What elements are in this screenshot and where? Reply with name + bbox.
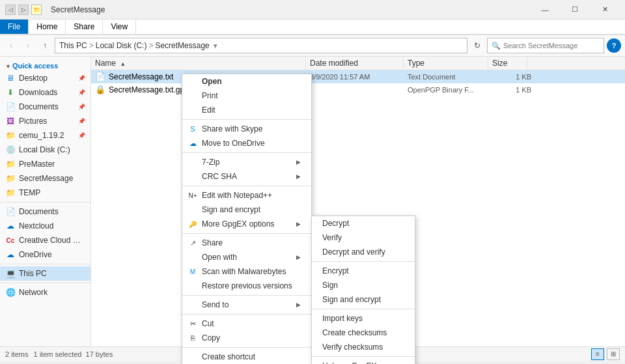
menu-gpgex[interactable]: 🔑 More GpgEX options Decrypt Verify Decr… xyxy=(182,217,311,231)
sidebar-item-premaster[interactable]: 📁 PreMaster xyxy=(0,157,90,171)
tab-share[interactable]: Share xyxy=(66,20,103,34)
copy-icon: ⎘ xyxy=(188,333,198,343)
sidebar-item-cc[interactable]: Cc Creative Cloud Files xyxy=(0,233,90,247)
sub-decrypt-verify[interactable]: Decrypt and verify xyxy=(312,245,415,259)
menu-print[interactable]: Print xyxy=(182,89,311,103)
sidebar-item-temp[interactable]: 📁 TEMP xyxy=(0,186,90,200)
sidebar: ▼Quick access 🖥 Desktop 📌 ⬇ Downloads 📌 … xyxy=(0,57,91,346)
menu-notepad[interactable]: N+ Edit with Notepad++ xyxy=(182,188,311,203)
item-count: 2 items xyxy=(5,350,28,358)
forward-icon: ▷ xyxy=(18,5,29,15)
sub-sign-encrypt[interactable]: Sign and encrypt xyxy=(312,292,415,307)
sep5 xyxy=(182,295,311,296)
back-button[interactable]: ‹ xyxy=(4,38,18,53)
sub-create-checksums[interactable]: Create checksums xyxy=(312,326,415,340)
tab-view[interactable]: View xyxy=(103,20,136,34)
pin-icon: 📌 xyxy=(78,75,85,81)
search-input[interactable] xyxy=(503,42,600,49)
sidebar-item-documents-lib[interactable]: 📄 Documents xyxy=(0,204,90,219)
sidebar-item-cemu[interactable]: 📁 cemu_1.19.2 📌 xyxy=(0,128,90,143)
menu-open[interactable]: Open xyxy=(182,74,311,89)
breadcrumb-secretmessage[interactable]: SecretMessage xyxy=(155,41,209,50)
sub-encrypt[interactable]: Encrypt xyxy=(312,264,415,278)
sidebar-item-downloads[interactable]: ⬇ Downloads 📌 xyxy=(0,85,90,100)
breadcrumb-thispc[interactable]: This PC xyxy=(59,41,87,50)
breadcrumb-localdisk[interactable]: Local Disk (C:) xyxy=(96,41,147,50)
menu-7zip[interactable]: 7-Zip xyxy=(182,155,311,169)
desktop-icon: 🖥 xyxy=(5,73,16,83)
downloads-label: Downloads xyxy=(19,88,75,97)
shortcut-icon xyxy=(188,352,198,362)
menu-sendto[interactable]: Send to xyxy=(182,298,311,312)
details-view-button[interactable]: ≡ xyxy=(591,348,604,360)
menu-crcsha[interactable]: CRC SHA xyxy=(182,169,311,184)
menu-copy[interactable]: ⎘ Copy xyxy=(182,331,311,345)
sub-verify-checksums[interactable]: Verify checksums xyxy=(312,340,415,354)
col-size[interactable]: Size xyxy=(488,57,527,70)
col-date[interactable]: Date modified xyxy=(306,57,404,70)
sub-sep2 xyxy=(312,309,415,309)
temp-icon: 📁 xyxy=(5,188,16,198)
sub-decrypt[interactable]: Decrypt xyxy=(312,216,415,231)
sidebar-divider3 xyxy=(0,283,90,283)
openwith-icon xyxy=(188,252,198,262)
sidebar-item-pictures[interactable]: 🖼 Pictures 📌 xyxy=(0,114,90,128)
refresh-button[interactable]: ↻ xyxy=(470,38,484,53)
menu-open-with[interactable]: Open with xyxy=(182,250,311,264)
help-button[interactable]: ? xyxy=(607,38,621,53)
up-button[interactable]: ↑ xyxy=(38,38,52,53)
sub-help-gpgex[interactable]: Help on GpgEX xyxy=(312,359,415,364)
col-name[interactable]: Name ▲ xyxy=(91,57,306,70)
menu-share-skype[interactable]: S Share with Skype xyxy=(182,122,311,136)
pin-icon3: 📌 xyxy=(78,104,85,110)
sidebar-item-thispc[interactable]: 💻 This PC xyxy=(0,266,90,281)
sidebar-item-nextcloud[interactable]: ☁ Nextcloud xyxy=(0,219,90,233)
tab-file[interactable]: File xyxy=(0,20,29,34)
forward-button[interactable]: › xyxy=(21,38,35,53)
pictures-icon: 🖼 xyxy=(5,116,16,126)
file-icon-txt: 📄 xyxy=(95,72,105,81)
maximize-button[interactable]: ☐ xyxy=(560,0,590,20)
menu-edit[interactable]: Edit xyxy=(182,103,311,117)
onedrive-icon2: ☁ xyxy=(188,138,198,148)
view-buttons: ≡ ⊞ xyxy=(591,348,620,360)
menu-sign-encrypt[interactable]: Sign and encrypt xyxy=(182,203,311,217)
close-button[interactable]: ✕ xyxy=(590,0,620,20)
tab-home[interactable]: Home xyxy=(29,20,66,34)
onedrive-label: OneDrive xyxy=(19,250,85,259)
menu-restore[interactable]: Restore previous versions xyxy=(182,279,311,293)
table-row[interactable]: 🔒 SecretMessage.txt.gpg OpenPGP Binary F… xyxy=(91,83,625,96)
sub-import-keys[interactable]: Import keys xyxy=(312,311,415,326)
edit-icon xyxy=(188,105,198,115)
menu-move-onedrive[interactable]: ☁ Move to OneDrive xyxy=(182,136,311,150)
sidebar-item-network[interactable]: 🌐 Network xyxy=(0,285,90,300)
gpgex-submenu: Decrypt Verify Decrypt and verify Encryp… xyxy=(311,216,415,364)
sub-sign[interactable]: Sign xyxy=(312,278,415,292)
thispc-icon: 💻 xyxy=(5,268,16,279)
sub-sep3 xyxy=(312,356,415,357)
minimize-button[interactable]: — xyxy=(530,0,560,20)
breadcrumb[interactable]: This PC > Local Disk (C:) > SecretMessag… xyxy=(55,38,467,53)
breadcrumb-dropdown[interactable]: ▼ xyxy=(212,42,219,49)
secretmessage-icon: 📁 xyxy=(5,173,16,184)
quick-access-label[interactable]: ▼Quick access xyxy=(0,59,90,71)
sub-verify[interactable]: Verify xyxy=(312,231,415,245)
selection-info: 1 item selected 17 bytes xyxy=(33,350,113,358)
table-row[interactable]: 📄 SecretMessage.txt 8/9/2020 11:57 AM Te… xyxy=(91,70,625,83)
sep6 xyxy=(182,314,311,315)
sidebar-item-desktop[interactable]: 🖥 Desktop 📌 xyxy=(0,71,90,85)
col-type[interactable]: Type xyxy=(404,57,488,70)
sidebar-item-documents[interactable]: 📄 Documents 📌 xyxy=(0,100,90,114)
menu-share[interactable]: ↗ Share xyxy=(182,236,311,250)
titlebar-icons: ◁ ▷ 📁 xyxy=(5,5,42,15)
col-sort: ▲ xyxy=(120,61,126,67)
ribbon: File Home Share View xyxy=(0,20,625,35)
sidebar-item-localdisk[interactable]: 💿 Local Disk (C:) xyxy=(0,143,90,157)
tiles-view-button[interactable]: ⊞ xyxy=(607,348,620,360)
sidebar-item-onedrive[interactable]: ☁ OneDrive xyxy=(0,247,90,262)
menu-malwarebytes[interactable]: M Scan with Malwarebytes xyxy=(182,264,311,279)
sidebar-item-secretmessage[interactable]: 📁 SecretMessage xyxy=(0,171,90,186)
menu-create-shortcut[interactable]: Create shortcut xyxy=(182,350,311,364)
menu-cut[interactable]: ✂ Cut xyxy=(182,316,311,331)
breadcrumb-sep1: > xyxy=(89,41,94,50)
